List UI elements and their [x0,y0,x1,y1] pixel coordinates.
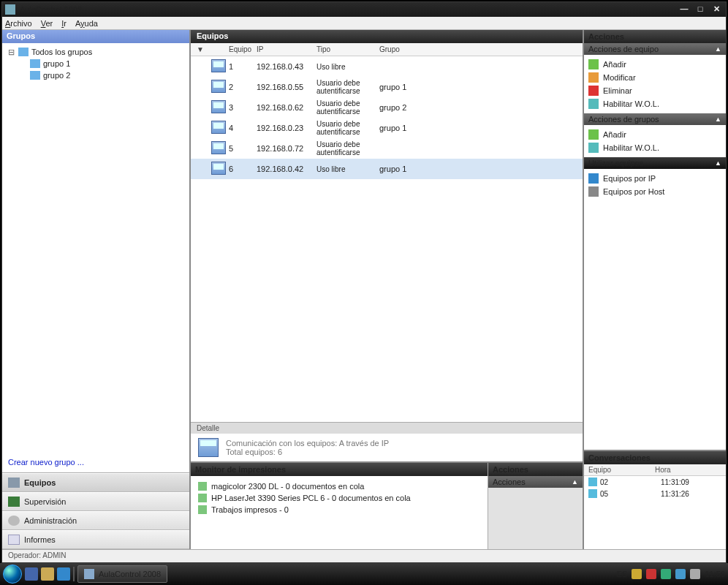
action-by-host[interactable]: Equipos por Host [588,185,721,198]
acciones-equipo-header: Acciones de equipo▲ [584,43,726,55]
tray-icon[interactable] [646,569,656,579]
collapse-icon[interactable]: ▲ [715,116,721,123]
new-group-link[interactable]: Crear nuevo grupo ... [2,452,189,472]
action-by-ip[interactable]: Equipos por IP [588,172,721,185]
nav-admin[interactable]: Administración [2,511,189,530]
list-item[interactable]: magicolor 2300 DL - 0 documentos en cola [198,480,480,492]
bottom-panels: Monitor de impresiones magicolor 2300 DL… [191,461,583,549]
list-item[interactable]: HP LaserJet 3390 Series PCL 6 - 0 docume… [198,492,480,504]
tree-item-label: grupo 1 [43,59,70,68]
detalle-panel: Detalle Comunicación con los equipos: A … [191,422,583,461]
volume-icon[interactable] [690,569,700,579]
equipo-actions: Añadir Modificar Eliminar Habilitar W.O.… [584,55,726,113]
ip-icon [588,173,599,184]
col-equipo[interactable]: Equipo [588,466,655,474]
collapse-icon[interactable]: ⊟ [7,48,15,57]
table-row[interactable]: 6192.168.0.42Uso libregrupo 1 [191,159,583,179]
monitor-actions-sub: Acciones▲ [488,476,583,488]
maximize-button[interactable]: □ [694,4,707,15]
tree-item-grupo2[interactable]: grupo 2 [7,69,185,81]
printer-icon [198,482,207,491]
menubar: Archivo Ver Ir Ayuda [2,17,726,30]
list-item[interactable]: 0511:31:26 [584,488,726,499]
menu-ayuda[interactable]: Ayuda [75,19,98,28]
col-grupo[interactable]: Grupo [379,45,431,53]
nav-supervision[interactable]: Supervisión [2,492,189,511]
col-ip[interactable]: IP [257,45,316,53]
action-wol-group[interactable]: Habilitar W.O.L. [588,141,721,154]
start-button[interactable] [3,565,22,584]
detalle-line2: Total equipos: 6 [226,448,389,456]
list-item[interactable]: Trabajos impresos - 0 [198,504,480,516]
tray-icon[interactable] [632,569,642,579]
clock[interactable]: 11:56 [705,570,725,578]
table-row[interactable]: 3192.168.0.62Usuario debe autentificarse… [191,97,583,118]
list-item[interactable]: 0211:31:09 [584,476,726,488]
add-icon [588,59,599,69]
table-row[interactable]: 5192.168.0.72Usuario debe autentificarse [191,138,583,159]
titlebar[interactable]: AulaControl 2008 — □ ✕ [2,2,726,17]
tray-icon[interactable] [675,569,686,579]
menu-ver[interactable]: Ver [41,19,53,28]
computer-icon [211,121,226,134]
tree-item-grupo1[interactable]: grupo 1 [7,58,185,69]
action-delete[interactable]: Eliminar [588,84,721,97]
task-aulacontrol[interactable]: AulaControl 2008 [77,565,167,583]
action-add-group[interactable]: Añadir [588,128,721,141]
chat-icon [588,489,597,498]
table-row[interactable]: 4192.168.0.23Usuario debe autentificarse… [191,118,583,138]
table-row[interactable]: 2192.168.0.55Usuario debe autentificarse… [191,77,583,97]
quicklaunch-icon[interactable] [41,567,54,581]
sort-icon[interactable]: ▼ [197,45,211,53]
tree-item-label: grupo 2 [43,71,70,80]
lang-indicator[interactable]: ES [617,570,628,578]
equipos-columns: ▼ Equipo IP Tipo Grupo [191,43,583,56]
printer-icon [198,494,207,502]
menu-archivo[interactable]: Archivo [5,19,32,28]
conv-columns: Equipo Hora [584,464,726,476]
tray-icon[interactable] [661,569,671,579]
monitor-panel: Monitor de impresiones magicolor 2300 DL… [191,463,488,549]
util-actions: Equipos por IP Equipos por Host [584,169,726,201]
app-icon [84,569,94,579]
col-hora[interactable]: Hora [655,466,721,474]
quicklaunch-icon[interactable] [57,567,70,581]
action-wol[interactable]: Habilitar W.O.L. [588,97,721,110]
gear-icon [8,516,20,526]
chat-icon [588,478,597,486]
close-button[interactable]: ✕ [710,4,723,15]
nav-stack: Equipos Supervisión Administración Infor… [2,472,189,549]
computers-icon [8,478,20,488]
nav-label: Supervisión [24,497,66,506]
statusbar: Operador: ADMIN [2,549,726,562]
monitor-list: magicolor 2300 DL - 0 documentos en cola… [191,476,488,549]
computer-icon [211,80,226,93]
col-equipo[interactable]: Equipo [229,45,257,53]
monitor-icon [8,497,20,507]
wol-icon [588,99,599,109]
conv-rows: 0211:31:090511:31:26 [584,476,726,499]
nav-informes[interactable]: Informes [2,530,189,549]
system-tray: ES 11:56 [617,569,725,579]
minimize-button[interactable]: — [678,4,691,15]
monitor-header: Monitor de impresiones [191,463,488,476]
conversaciones-panel: Conversaciones Equipo Hora 0211:31:09051… [584,450,726,549]
acciones-header: Acciones [584,30,726,43]
table-row[interactable]: 1192.168.0.43Uso libre [191,56,583,77]
taskbar: AulaControl 2008 ES 11:56 [0,563,728,585]
nav-equipos[interactable]: Equipos [2,473,189,492]
nav-label: Informes [24,535,56,544]
collapse-icon[interactable]: ▲ [715,45,721,53]
collapse-icon[interactable]: ▲ [715,159,721,167]
collapse-icon[interactable]: ▲ [572,478,578,486]
menu-ir[interactable]: Ir [61,19,67,28]
group-icon [30,59,40,68]
tree-root[interactable]: ⊟ Todos los grupos [7,46,185,58]
action-add[interactable]: Añadir [588,58,721,71]
monitor-actions-header: Acciones [488,463,583,476]
quicklaunch-icon[interactable] [25,567,38,581]
col-tipo[interactable]: Tipo [316,45,379,53]
nav-label: Equipos [24,478,56,487]
action-modify[interactable]: Modificar [588,71,721,84]
edit-icon [588,72,599,83]
